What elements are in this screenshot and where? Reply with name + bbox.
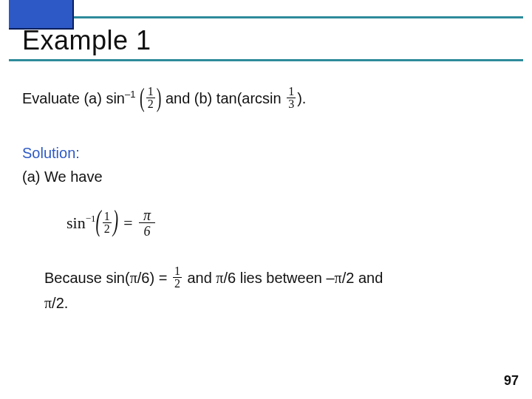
slide-header: Example 1 [0, 0, 532, 66]
paren-open-icon: ( [140, 78, 145, 115]
solution-label: Solution: [22, 143, 510, 163]
pi-symbol: π [216, 270, 223, 286]
fraction-one-half: 12 [146, 86, 155, 110]
paren-close-icon: ) [157, 78, 162, 115]
fraction-one-half-eq: 12 [103, 211, 112, 235]
exponent-minus-one: –1 [125, 89, 135, 100]
equals-sign: = [118, 214, 137, 232]
page-number: 97 [504, 373, 519, 389]
pi-symbol: π [130, 270, 137, 286]
eq-sin-text: sin [66, 214, 86, 232]
fraction-one-third: 13 [287, 86, 296, 110]
problem-text-mid: and (b) tan(arcsin [166, 90, 285, 106]
equation-display: sin−1(12) = π6 [66, 209, 510, 239]
eq-exponent: −1 [86, 213, 96, 224]
paren-open-icon: ( [96, 201, 101, 242]
slide-body: Evaluate (a) sin–1 (12) and (b) tan(arcs… [0, 66, 532, 315]
part-a-intro: (a) We have [22, 166, 510, 187]
pi-symbol: π [335, 270, 342, 286]
justification-text: Because sin(π/6) = 12 and π/6 lies betwe… [44, 266, 510, 315]
fraction-pi-over-six: π6 [139, 208, 155, 238]
problem-text-prefix: Evaluate (a) sin [22, 90, 125, 106]
paren-close-icon: ) [113, 201, 118, 242]
header-rule-top [71, 16, 523, 18]
fraction-one-half-inline: 12 [173, 265, 182, 290]
problem-text-suffix: ). [297, 90, 306, 106]
problem-statement: Evaluate (a) sin–1 (12) and (b) tan(arcs… [22, 87, 510, 112]
pi-symbol: π [44, 295, 52, 311]
header-rule-bottom [9, 59, 523, 61]
slide-title: Example 1 [22, 25, 151, 56]
